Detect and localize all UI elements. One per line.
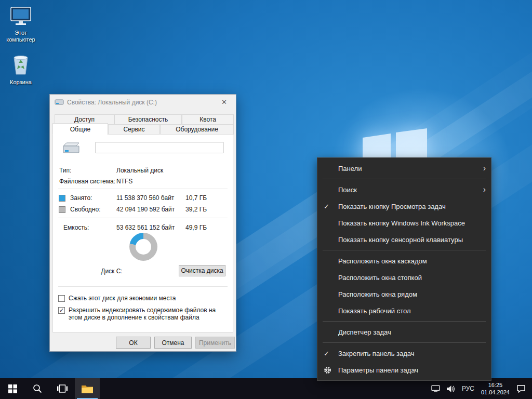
used-label: Занято: (70, 194, 92, 202)
separator (58, 189, 228, 189)
menu-item-show-desktop[interactable]: Показать рабочий стол (317, 302, 491, 319)
recycle-bin-icon (11, 54, 30, 75)
close-icon[interactable]: ✕ (212, 95, 236, 110)
cancel-button[interactable]: Отмена (154, 337, 192, 349)
menu-item-cascade-windows[interactable]: Расположить окна каскадом (317, 252, 491, 269)
checkmark-icon: ✓ (324, 350, 338, 357)
free-label: Свободно: (70, 206, 101, 213)
chevron-right-icon: › (478, 185, 486, 194)
desktop-icon-label: Этот компьютер (3, 30, 39, 43)
free-bytes: 42 094 190 592 байт (116, 206, 175, 213)
capacity-bytes: 53 632 561 152 байт (116, 224, 175, 231)
language-indicator[interactable]: РУС (462, 385, 474, 392)
menu-separator (323, 342, 486, 343)
menu-separator (323, 321, 486, 322)
apply-button: Применить (195, 337, 235, 349)
dialog-titlebar[interactable]: Свойства: Локальный диск (C:) ✕ (50, 95, 236, 110)
separator (58, 218, 228, 218)
free-legend-swatch (59, 206, 65, 213)
checkmark-icon: ✓ (324, 203, 338, 210)
clock[interactable]: 16:25 01.04.2024 (481, 381, 510, 396)
system-tray: РУС 16:25 01.04.2024 (431, 378, 532, 399)
windows-logo-icon (8, 384, 17, 393)
menu-item-side-by-side-windows[interactable]: Расположить окна рядом (317, 286, 491, 302)
task-view-icon (57, 384, 68, 393)
chevron-right-icon: › (478, 164, 486, 173)
disk-cleanup-button[interactable]: Очистка диска (179, 265, 225, 276)
search-button[interactable] (25, 378, 50, 399)
used-legend-swatch (59, 195, 65, 202)
dialog-title: Свойства: Локальный диск (C:) (67, 99, 157, 106)
clock-date: 01.04.2024 (481, 389, 510, 396)
drive-icon (55, 99, 64, 106)
tab-tools[interactable]: Сервис (108, 124, 160, 135)
volume-icon[interactable] (447, 385, 455, 393)
volume-label-input[interactable] (96, 142, 223, 153)
type-label: Тип: (59, 167, 71, 174)
used-bytes: 11 538 370 560 байт (116, 194, 174, 202)
capacity-label: Емкость: (63, 224, 89, 231)
file-explorer-icon (81, 384, 94, 394)
menu-item-taskbar-settings[interactable]: Параметры панели задач (317, 362, 491, 378)
file-explorer-button[interactable] (75, 378, 100, 399)
free-size: 39,2 ГБ (185, 206, 207, 213)
search-icon (33, 384, 42, 393)
task-view-button[interactable] (50, 378, 75, 399)
separator (58, 286, 228, 287)
disk-usage-pie-chart (129, 233, 157, 261)
display-tray-icon[interactable] (431, 385, 440, 392)
compress-checkbox[interactable] (58, 295, 65, 302)
menu-item-lock-taskbar[interactable]: ✓ Закрепить панель задач (317, 345, 491, 362)
taskbar-context-menu: Панели › Поиск › ✓ Показать кнопку Просм… (317, 157, 491, 381)
desktop-icon-recycle-bin[interactable]: Корзина (3, 54, 39, 86)
used-size: 10,7 ГБ (185, 194, 207, 202)
index-checkbox[interactable]: ✓ (58, 307, 65, 314)
menu-item-stack-windows[interactable]: Расположить окна стопкой (317, 269, 491, 286)
gear-icon (324, 366, 331, 374)
taskbar: РУС 16:25 01.04.2024 (0, 378, 532, 399)
menu-item-show-task-view-button[interactable]: ✓ Показать кнопку Просмотра задач (317, 198, 491, 215)
desktop-icon-this-pc[interactable]: Этот компьютер (3, 6, 39, 43)
properties-dialog: Свойства: Локальный диск (C:) ✕ Доступ Б… (49, 94, 236, 352)
drive-icon-large (60, 141, 81, 156)
type-value: Локальный диск (116, 167, 163, 174)
menu-separator (323, 179, 486, 179)
tab-general[interactable]: Общие (52, 123, 108, 135)
desktop: Этот компьютер Корзина Свойства: Локальн… (0, 0, 532, 399)
capacity-size: 49,9 ГБ (185, 224, 207, 231)
fs-label: Файловая система: (59, 178, 115, 185)
index-checkbox-row[interactable]: ✓ Разрешить индексировать содержимое фай… (58, 307, 230, 321)
menu-item-search[interactable]: Поиск › (317, 181, 491, 198)
tab-hardware[interactable]: Оборудование (160, 124, 234, 135)
this-pc-icon (9, 6, 32, 26)
start-button[interactable] (0, 378, 25, 399)
compress-checkbox-row[interactable]: Сжать этот диск для экономии места (58, 295, 230, 302)
menu-item-show-touch-keyboard-button[interactable]: Показать кнопку сенсорной клавиатуры (317, 231, 491, 248)
clock-time: 16:25 (481, 381, 510, 389)
general-tab-page: Тип: Локальный диск Файловая система: NT… (52, 134, 233, 332)
menu-item-show-ink-workspace-button[interactable]: Показать кнопку Windows Ink Workspace (317, 215, 491, 231)
ok-button[interactable]: ОК (116, 337, 151, 349)
tab-security[interactable]: Безопасность (114, 114, 182, 125)
desktop-icon-label: Корзина (3, 79, 39, 86)
action-center-icon[interactable] (516, 384, 526, 393)
fs-value: NTFS (116, 178, 132, 185)
menu-item-toolbars[interactable]: Панели › (317, 160, 491, 177)
menu-item-task-manager[interactable]: Диспетчер задач (317, 324, 491, 340)
tab-quota[interactable]: Квота (182, 114, 234, 125)
menu-separator (323, 250, 486, 250)
disk-caption: Диск C: (53, 268, 170, 275)
